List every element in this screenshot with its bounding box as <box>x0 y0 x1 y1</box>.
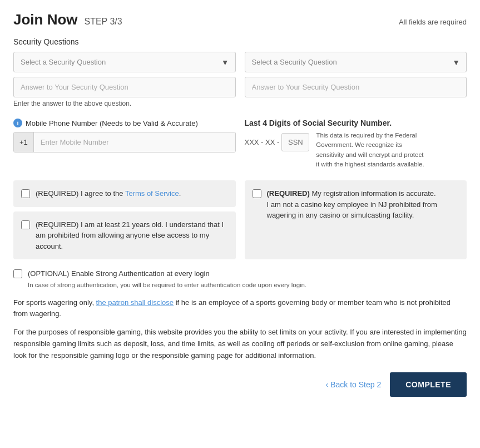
optional-row: (OPTIONAL) Enable Strong Authentication … <box>13 268 467 279</box>
info-icon[interactable]: i <box>13 119 22 127</box>
responsible-gaming-disclosure: For the purposes of responsible gaming, … <box>13 327 467 361</box>
patron-disclose-link[interactable]: the patron shall disclose <box>96 298 174 307</box>
security-question-1-select[interactable]: Select a Security Question <box>13 52 236 72</box>
page-header: Join Now STEP 3/3 All fields are require… <box>13 11 467 28</box>
right-checkboxes-col: (REQUIRED) My registration information i… <box>245 180 467 259</box>
footer-row: ‹ Back to Step 2 COMPLETE <box>13 372 467 397</box>
left-checkboxes-col: (REQUIRED) I agree to the Terms of Servi… <box>13 180 236 259</box>
optional-checkbox[interactable] <box>13 269 22 278</box>
complete-button[interactable]: COMPLETE <box>390 372 467 397</box>
ssn-description: This data is required by the Federal Gov… <box>316 131 427 169</box>
phone-ssn-section: i Mobile Phone Number (Needs to be Valid… <box>13 119 467 169</box>
security-question-2-col: Select a Security Question ▼ <box>245 52 467 107</box>
accuracy-card: (REQUIRED) My registration information i… <box>245 180 467 259</box>
phone-prefix: +1 <box>14 132 34 152</box>
required-note: All fields are required <box>399 18 467 26</box>
phone-label-row: i Mobile Phone Number (Needs to be Valid… <box>13 119 236 127</box>
security-answer-1-input[interactable] <box>13 77 236 97</box>
security-question-1-wrapper[interactable]: Select a Security Question ▼ <box>13 52 236 72</box>
ssn-title: Last 4 Digits of Social Security Number. <box>245 119 467 127</box>
security-questions-row: Select a Security Question ▼ Enter the a… <box>13 52 467 107</box>
optional-label: (OPTIONAL) Enable Strong Authentication … <box>28 268 210 279</box>
ssn-input[interactable] <box>281 133 309 151</box>
ssn-section: Last 4 Digits of Social Security Number.… <box>245 119 467 169</box>
security-question-2-select[interactable]: Select a Security Question <box>245 52 467 72</box>
section-label: Security Questions <box>13 37 467 46</box>
terms-text: (REQUIRED) I agree to the Terms of Servi… <box>36 188 181 199</box>
back-button[interactable]: ‹ Back to Step 2 <box>325 380 381 389</box>
optional-hint: In case of strong authentication, you wi… <box>28 282 467 288</box>
phone-input[interactable] <box>34 132 235 152</box>
age-checkbox[interactable] <box>21 220 30 229</box>
terms-suffix: . <box>179 189 181 198</box>
phone-input-row: +1 <box>13 132 236 152</box>
security-question-2-wrapper[interactable]: Select a Security Question ▼ <box>245 52 467 72</box>
ssn-input-row: XXX - XX - <box>245 133 310 151</box>
terms-link[interactable]: Terms of Service <box>125 189 179 198</box>
security-question-1-col: Select a Security Question ▼ Enter the a… <box>13 52 236 107</box>
accuracy-text: (REQUIRED) My registration information i… <box>267 188 459 221</box>
checkboxes-row: (REQUIRED) I agree to the Terms of Servi… <box>13 180 467 259</box>
answer-hint-1: Enter the answer to the above question. <box>13 100 236 107</box>
page-title: Join Now <box>13 11 78 28</box>
back-label: Back to Step 2 <box>330 380 381 389</box>
accuracy-checkbox-item: (REQUIRED) My registration information i… <box>253 188 459 221</box>
phone-label: Mobile Phone Number (Needs to be Valid &… <box>26 119 198 127</box>
terms-card: (REQUIRED) I agree to the Terms of Servi… <box>13 180 236 207</box>
sports-disclosure: For sports wagering only, the patron sha… <box>13 297 467 321</box>
sports-text-1: For sports wagering only, <box>13 298 96 307</box>
terms-checkbox[interactable] <box>21 189 30 198</box>
ssn-prefix: XXX - XX - <box>245 138 280 146</box>
step-label: STEP 3/3 <box>84 17 122 26</box>
age-text: (REQUIRED) I am at least 21 years old. I… <box>36 219 228 252</box>
accuracy-checkbox[interactable] <box>253 189 261 198</box>
age-checkbox-item: (REQUIRED) I am at least 21 years old. I… <box>21 219 228 252</box>
ssn-content: XXX - XX - This data is required by the … <box>245 131 467 169</box>
terms-label-prefix: (REQUIRED) I agree to the <box>36 189 125 198</box>
security-answer-2-input[interactable] <box>245 77 467 97</box>
terms-checkbox-item: (REQUIRED) I agree to the Terms of Servi… <box>21 188 228 199</box>
chevron-left-icon: ‹ <box>325 380 328 389</box>
age-card: (REQUIRED) I am at least 21 years old. I… <box>13 211 236 260</box>
accuracy-required: (REQUIRED) <box>267 189 310 198</box>
phone-section: i Mobile Phone Number (Needs to be Valid… <box>13 119 236 152</box>
